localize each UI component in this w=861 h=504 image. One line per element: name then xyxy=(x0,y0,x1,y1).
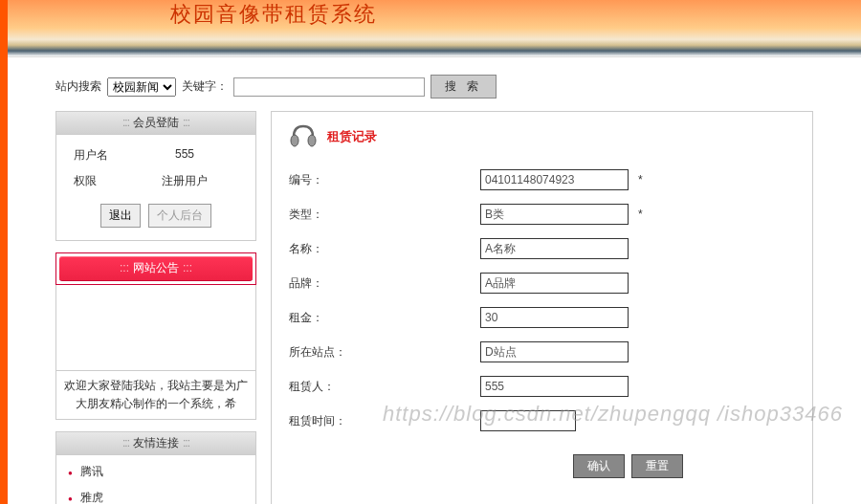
profile-button[interactable]: 个人后台 xyxy=(148,204,211,228)
links-panel: 友情连接 腾讯 雅虎 新浪 xyxy=(55,431,256,504)
login-label: 用户名 xyxy=(74,147,131,164)
search-keyword-label: 关键字： xyxy=(182,78,228,95)
form-actions: 确认 重置 xyxy=(289,445,795,478)
form-row: 类型：* xyxy=(289,204,795,225)
notice-panel-header: 网站公告 xyxy=(59,256,253,281)
form-label: 类型： xyxy=(289,207,480,223)
login-row-username: 用户名 555 xyxy=(64,142,248,168)
reset-button[interactable]: 重置 xyxy=(631,454,683,478)
link-item[interactable]: 腾讯 xyxy=(56,459,255,485)
main-content: 租赁记录 编号：*类型：*名称：品牌：租金：所在站点：租赁人：租赁时间： 确认 … xyxy=(271,111,813,504)
submit-button[interactable]: 确认 xyxy=(573,454,625,478)
form-label: 租金： xyxy=(289,310,480,326)
links-list: 腾讯 雅虎 新浪 xyxy=(56,455,255,504)
login-value: 555 xyxy=(131,147,238,164)
banner-title: 校园音像带租赁系统 xyxy=(8,0,861,29)
svg-point-0 xyxy=(291,135,298,146)
links-panel-header: 友情连接 xyxy=(56,432,255,455)
login-panel-header: 会员登陆 xyxy=(56,112,255,135)
form-label: 品牌： xyxy=(289,275,480,292)
search-bar: 站内搜索 校园新闻 关键字： 搜 索 xyxy=(8,67,861,106)
search-category-select[interactable]: 校园新闻 xyxy=(107,77,176,97)
form-input[interactable] xyxy=(480,376,629,397)
form-row: 租赁时间： xyxy=(289,410,795,431)
form-input[interactable] xyxy=(480,273,629,294)
sidebar: 会员登陆 用户名 555 权限 注册用户 退出 个人后台 xyxy=(55,111,256,504)
form-row: 名称： xyxy=(289,238,795,259)
banner-header: 校园音像带租赁系统 xyxy=(8,0,861,57)
search-input[interactable] xyxy=(233,77,425,97)
headset-icon xyxy=(289,123,318,150)
form-row: 编号：* xyxy=(289,169,795,190)
form-input[interactable] xyxy=(480,238,629,259)
form-input[interactable] xyxy=(480,341,629,362)
login-label: 权限 xyxy=(74,173,131,189)
login-panel: 会员登陆 用户名 555 权限 注册用户 退出 个人后台 xyxy=(55,111,256,241)
required-star: * xyxy=(638,173,643,186)
content-header: 租赁记录 xyxy=(289,123,795,150)
form-label: 所在站点： xyxy=(289,344,480,361)
search-button[interactable]: 搜 索 xyxy=(430,75,497,99)
form-label: 租赁人： xyxy=(289,379,480,395)
form-input[interactable] xyxy=(480,307,629,328)
form-row: 租赁人： xyxy=(289,376,795,397)
notice-body xyxy=(55,285,256,371)
form-input[interactable] xyxy=(480,204,629,225)
svg-point-1 xyxy=(308,135,316,146)
form-input[interactable] xyxy=(480,410,576,431)
form-row: 所在站点： xyxy=(289,341,795,362)
notice-panel: 网站公告 xyxy=(55,252,256,285)
required-star: * xyxy=(638,208,643,221)
content-title: 租赁记录 xyxy=(327,128,377,145)
link-item[interactable]: 雅虎 xyxy=(56,485,255,504)
logout-button[interactable]: 退出 xyxy=(100,204,141,228)
form-label: 租赁时间： xyxy=(289,413,480,429)
form-row: 品牌： xyxy=(289,273,795,294)
login-row-role: 权限 注册用户 xyxy=(64,168,248,194)
form-row: 租金： xyxy=(289,307,795,328)
search-site-label: 站内搜索 xyxy=(55,78,101,95)
form-input[interactable] xyxy=(480,169,629,190)
login-value: 注册用户 xyxy=(131,173,238,189)
notice-text: 欢迎大家登陆我站，我站主要是为广大朋友精心制作的一个系统，希 xyxy=(55,371,256,420)
form-label: 名称： xyxy=(289,241,480,257)
form-label: 编号： xyxy=(289,172,480,188)
